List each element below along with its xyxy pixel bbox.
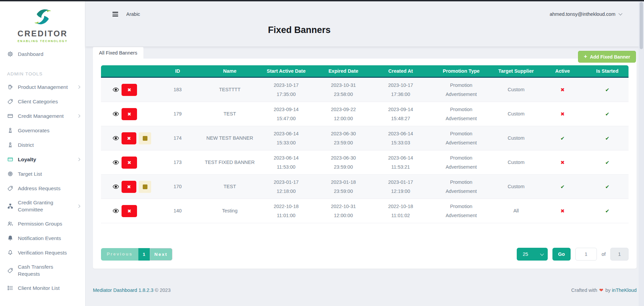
sidebar-item-label: Target List bbox=[18, 170, 42, 177]
sidebar-item-credit-management[interactable]: Credit Management bbox=[0, 109, 85, 123]
sidebar-item-cash-transfers-requests[interactable]: Cash Transfers Requests bbox=[0, 260, 85, 281]
check-icon: ✔ bbox=[605, 135, 610, 141]
page-number-input[interactable] bbox=[575, 248, 597, 261]
sidebar-item-credit-granting-committee[interactable]: Credit Granting Committee bbox=[0, 196, 85, 216]
sidebar-item-address-requests[interactable]: Address Requests bbox=[0, 181, 85, 196]
delete-banner-button[interactable]: ✖ bbox=[122, 84, 137, 96]
check-icon: ✔ bbox=[561, 184, 565, 190]
edit-banner-button[interactable] bbox=[139, 132, 151, 144]
sidebar-item-loyalty[interactable]: Loyalty bbox=[0, 152, 85, 167]
language-switcher[interactable]: Arabic bbox=[126, 11, 140, 17]
sidebar-item-dashboard[interactable]: Dashboard bbox=[0, 47, 85, 61]
page-size-select[interactable]: 25 bbox=[517, 248, 548, 261]
page-size-value: 25 bbox=[523, 251, 528, 257]
cell-created-at: 2022-10-1811:01:02 bbox=[372, 199, 429, 223]
delete-banner-button[interactable]: ✖ bbox=[122, 181, 136, 193]
delete-banner-button[interactable]: ✖ bbox=[122, 205, 137, 217]
check-icon: ✔ bbox=[561, 135, 565, 141]
sidebar-item-product-management[interactable]: Product Management bbox=[0, 80, 85, 94]
cell-created-at: 2023-10-1717:36:00 bbox=[372, 78, 429, 102]
check-icon: ✔ bbox=[605, 111, 610, 117]
sidebar-item-district[interactable]: District bbox=[0, 138, 85, 152]
top-border bbox=[0, 0, 644, 1]
table-row: ✖183TESTTTT2023-10-1717:35:002023-10-312… bbox=[101, 78, 629, 102]
cell-start-active-date: 2022-10-1811:01:00 bbox=[258, 199, 315, 223]
chevron-right-icon bbox=[77, 204, 80, 208]
tag-icon bbox=[7, 99, 13, 105]
tab-all-fixed-banners[interactable]: All Fixed Banners bbox=[93, 47, 143, 59]
footer: Mediator Dashboard 1.8.2.3 © 2023 Crafte… bbox=[93, 287, 637, 293]
check-icon: ✔ bbox=[605, 184, 610, 190]
footer-left: Mediator Dashboard 1.8.2.3 © 2023 bbox=[93, 287, 171, 293]
sidebar-item-permission-groups[interactable]: Permission Groups bbox=[0, 216, 85, 231]
cell-promotion-type: PromotionAdvertisement bbox=[429, 126, 493, 150]
tabs-row: All Fixed Banners bbox=[93, 47, 637, 59]
bell-filled-icon bbox=[7, 235, 13, 241]
cell-actions: ✖ bbox=[101, 199, 153, 223]
scrollbar-thumb[interactable] bbox=[640, 2, 643, 49]
menu-toggle-icon[interactable] bbox=[112, 12, 118, 16]
cell-start-active-date: 2023-01-1712:18:00 bbox=[258, 175, 315, 199]
cell-actions: ✖ bbox=[101, 150, 153, 175]
table-row: ✖179TEST2023-09-1415:47:002023-09-2212:0… bbox=[101, 102, 629, 126]
cell-is-started: ✔ bbox=[586, 78, 629, 102]
cell-name: TEST FIXED BANNER bbox=[202, 150, 258, 175]
pagination-row: Previous 1 Next 25 Go of bbox=[101, 248, 629, 261]
cell-created-at: 2023-06-1415:33:03 bbox=[372, 126, 429, 150]
delete-banner-button[interactable]: ✖ bbox=[122, 108, 137, 120]
app-version-link[interactable]: Mediator Dashboard 1.8.2.3 bbox=[93, 287, 154, 293]
sidebar-item-client-monitor-list[interactable]: Client Monitor List bbox=[0, 281, 85, 295]
scrollbar[interactable] bbox=[639, 0, 644, 306]
add-fixed-banner-button[interactable]: + Add Fixed Banner bbox=[578, 51, 636, 63]
cell-active: ✖ bbox=[539, 199, 586, 223]
sidebar-item-governorates[interactable]: Governorates bbox=[0, 123, 85, 138]
sidebar-item-notification-events[interactable]: Notification Events bbox=[0, 231, 85, 245]
column-header-promotion-type: Promotion Type bbox=[429, 65, 493, 78]
cell-expired-date: 2022-10-3112:00:00 bbox=[315, 199, 372, 223]
brand[interactable]: CREDITOR ENABLING TECHNOLOGY bbox=[0, 7, 85, 43]
view-banner-icon[interactable] bbox=[112, 87, 119, 92]
cell-id: 183 bbox=[153, 78, 202, 102]
cross-icon: ✖ bbox=[561, 87, 565, 93]
target-icon bbox=[7, 171, 13, 177]
delete-banner-button[interactable]: ✖ bbox=[122, 132, 136, 144]
previous-page-button[interactable]: Previous bbox=[101, 248, 138, 261]
edit-banner-button[interactable] bbox=[139, 181, 151, 193]
user-menu[interactable]: ahmed.tonsy@inthekloud.com bbox=[550, 11, 622, 17]
topbar: Arabic ahmed.tonsy@inthekloud.com bbox=[112, 9, 622, 20]
column-header-id: ID bbox=[153, 65, 202, 78]
cell-name: TEST bbox=[202, 102, 258, 126]
cell-created-at: 2023-01-1712:19:00 bbox=[372, 175, 429, 199]
cell-id: 174 bbox=[153, 126, 202, 150]
sidebar-item-label: Dashboard bbox=[18, 50, 43, 58]
add-fixed-banner-label: Add Fixed Banner bbox=[590, 54, 630, 60]
view-banner-icon[interactable] bbox=[112, 136, 119, 141]
chevron-right-icon bbox=[77, 86, 80, 89]
inthekloud-link[interactable]: inTheKloud bbox=[612, 287, 637, 293]
sidebar-item-target-list[interactable]: Target List bbox=[0, 167, 85, 181]
cell-target-supplier: Custom bbox=[493, 150, 539, 175]
delete-banner-button[interactable]: ✖ bbox=[122, 157, 137, 169]
tag-icon bbox=[7, 185, 13, 192]
chevron-right-icon bbox=[77, 114, 80, 118]
cell-id: 179 bbox=[153, 102, 202, 126]
sidebar-item-label: District bbox=[18, 141, 34, 148]
sidebar-item-label: Client Monitor List bbox=[18, 284, 60, 292]
go-button[interactable]: Go bbox=[552, 248, 571, 261]
total-pages-input bbox=[610, 248, 629, 261]
sidebar-item-verification-requests[interactable]: Verification Requests bbox=[0, 245, 85, 260]
sidebar-item-client-categories[interactable]: Client Categories bbox=[0, 94, 85, 109]
creditor-logo-icon bbox=[3, 7, 82, 28]
view-banner-icon[interactable] bbox=[112, 184, 119, 189]
view-banner-icon[interactable] bbox=[112, 111, 119, 116]
view-banner-icon[interactable] bbox=[112, 208, 119, 213]
next-page-button[interactable]: Next bbox=[150, 248, 172, 261]
footer-right: Crafted with ❤ by inTheKloud bbox=[571, 287, 637, 293]
cell-target-supplier: Custom bbox=[493, 78, 539, 102]
view-banner-icon[interactable] bbox=[112, 160, 119, 165]
pager: Previous 1 Next bbox=[101, 248, 172, 261]
check-icon: ✔ bbox=[605, 160, 610, 165]
cell-actions: ✖ bbox=[101, 78, 153, 102]
cell-active: ✖ bbox=[539, 78, 586, 102]
current-page-button[interactable]: 1 bbox=[138, 248, 150, 261]
